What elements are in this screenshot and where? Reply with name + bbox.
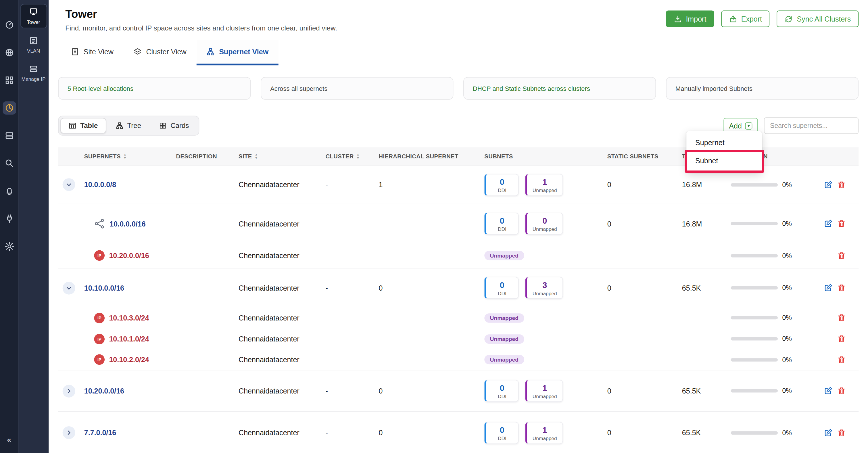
stat-cards: 5 Root-level allocations Across all supe…	[58, 77, 859, 100]
tab-supernet-view[interactable]: Supernet View	[196, 40, 279, 65]
utilization-value: 0%	[782, 251, 792, 259]
subnet-link[interactable]: 10.20.0.0/16	[109, 251, 149, 260]
ddi-subnets-stat: 0DDI	[484, 277, 519, 299]
stat-card-supernets: Across all supernets	[261, 77, 453, 100]
sync-all-clusters-button[interactable]: Sync All Clusters	[777, 11, 859, 27]
sort-icon[interactable]: ▲▼	[356, 153, 360, 159]
tree-view-icon	[116, 122, 123, 130]
export-button[interactable]: Export	[721, 11, 770, 27]
collapse-row-button[interactable]	[63, 178, 75, 191]
delete-button[interactable]	[836, 355, 846, 364]
site-value: Chennaidatacenter	[239, 429, 326, 437]
site-value: Chennaidatacenter	[239, 284, 326, 292]
menu-item-supernet[interactable]: Supernet	[686, 133, 762, 152]
view-table-button[interactable]: Table	[60, 118, 106, 133]
view-toggle: Table Tree Cards	[58, 116, 199, 136]
expand-row-button[interactable]	[63, 385, 75, 397]
table-row: IP10.10.1.0/24 Chennaidatacenter Unmappe…	[58, 328, 859, 349]
table-row: IP10.10.2.0/24 Chennaidatacenter Unmappe…	[58, 349, 859, 370]
supernet-link[interactable]: 10.20.0.0/16	[84, 387, 124, 395]
subnet-link[interactable]: 10.10.3.0/24	[109, 313, 149, 322]
subnet-link[interactable]: 10.10.2.0/24	[109, 356, 149, 364]
supernet-link[interactable]: 7.7.0.0/16	[84, 429, 116, 437]
utilization-value: 0%	[782, 181, 792, 188]
delete-button[interactable]	[836, 180, 846, 189]
stat-card-subnets: DHCP and Static Subnets across clusters	[463, 77, 656, 100]
sidebar-item-vlan[interactable]: VLAN	[20, 33, 46, 57]
menu-item-subnet[interactable]: Subnet	[686, 152, 762, 170]
sort-icon[interactable]: ▲▼	[255, 153, 258, 159]
collapse-sidebar-button[interactable]: «	[0, 435, 19, 444]
site-value: Chennaidatacenter	[239, 220, 326, 228]
edit-button[interactable]	[823, 219, 833, 229]
utilization-bar	[731, 358, 778, 361]
dns-globe-icon[interactable]	[4, 47, 15, 58]
sidebar-item-tower[interactable]: Tower	[20, 4, 46, 28]
apps-grid-icon[interactable]	[4, 75, 15, 86]
sidebar-item-manage-ip[interactable]: Manage IP	[20, 61, 46, 85]
chevron-down-icon: ▾	[745, 122, 752, 129]
sort-icon[interactable]: ▲▼	[123, 153, 126, 159]
cluster-value: -	[326, 429, 378, 437]
cluster-value: -	[326, 284, 378, 292]
tower-monitor-icon	[29, 7, 38, 18]
subnet-link[interactable]: 10.10.1.0/24	[109, 335, 149, 343]
utilization-value: 0%	[782, 429, 792, 436]
unmapped-subnets-stat: 1Unmapped	[525, 174, 563, 196]
utilization-value: 0%	[782, 335, 792, 343]
unmapped-subnets-stat: 1Unmapped	[525, 380, 563, 402]
import-button[interactable]: Import	[666, 11, 714, 27]
utilization-bar	[731, 316, 778, 320]
static-subnets-value: 0	[607, 387, 682, 395]
utilization-bar	[731, 389, 778, 393]
table-row: IP10.10.3.0/24 Chennaidatacenter Unmappe…	[58, 307, 859, 328]
table-row: 10.10.0.0/16 Chennaidatacenter - 0 0DDI …	[58, 269, 859, 307]
supernet-link[interactable]: 10.0.0.0/8	[84, 181, 116, 189]
unmapped-subnets-stat: 1Unmapped	[525, 422, 563, 444]
search-input[interactable]	[764, 117, 859, 134]
delete-button[interactable]	[836, 428, 846, 437]
unmapped-subnets-stat: 3Unmapped	[525, 277, 563, 299]
ddi-subnets-stat: 0DDI	[484, 174, 519, 196]
stat-card-imported: Manually imported Subnets	[666, 77, 859, 100]
search-icon[interactable]	[4, 158, 15, 169]
edit-button[interactable]	[823, 428, 833, 437]
view-cards-button[interactable]: Cards	[151, 118, 197, 133]
ip-pin-icon: IP	[94, 312, 104, 323]
expand-row-button[interactable]	[63, 426, 75, 439]
view-tree-button[interactable]: Tree	[107, 118, 150, 133]
unmapped-badge: Unmapped	[484, 313, 524, 323]
edit-button[interactable]	[823, 386, 833, 395]
icon-rail: «	[0, 0, 19, 453]
utilization-value: 0%	[782, 314, 792, 322]
table-row: IP 10.20.0.0/16 Chennaidatacenter Unmapp…	[58, 243, 859, 269]
integrations-plug-icon[interactable]	[4, 213, 15, 224]
subnet-link[interactable]: 10.0.0.0/16	[110, 220, 146, 228]
notifications-bell-icon[interactable]	[4, 185, 15, 197]
vlan-icon	[29, 36, 38, 47]
static-subnets-value: 0	[607, 181, 682, 189]
delete-button[interactable]	[836, 283, 846, 293]
cards-view-icon	[159, 122, 167, 130]
utilization-bar	[731, 337, 778, 341]
ipam-module-icon[interactable]	[3, 101, 16, 114]
delete-button[interactable]	[836, 334, 846, 343]
delete-button[interactable]	[836, 251, 846, 260]
settings-gear-icon[interactable]	[4, 241, 15, 252]
table-row: 10.20.0.0/16 Chennaidatacenter - 0 0DDI …	[58, 370, 859, 412]
servers-icon[interactable]	[4, 130, 15, 142]
building-icon	[71, 48, 79, 56]
delete-button[interactable]	[836, 219, 846, 229]
hierarchical-value: 1	[378, 181, 484, 189]
collapse-row-button[interactable]	[63, 281, 75, 294]
delete-button[interactable]	[836, 313, 846, 323]
hierarchical-value: 0	[378, 284, 484, 292]
table-view-icon	[69, 122, 76, 130]
delete-button[interactable]	[836, 386, 846, 395]
tab-cluster-view[interactable]: Cluster View	[123, 40, 196, 65]
supernet-link[interactable]: 10.10.0.0/16	[84, 284, 124, 292]
edit-button[interactable]	[823, 283, 833, 293]
edit-button[interactable]	[823, 180, 833, 189]
dashboard-icon[interactable]	[4, 19, 15, 30]
tab-site-view[interactable]: Site View	[61, 40, 124, 65]
